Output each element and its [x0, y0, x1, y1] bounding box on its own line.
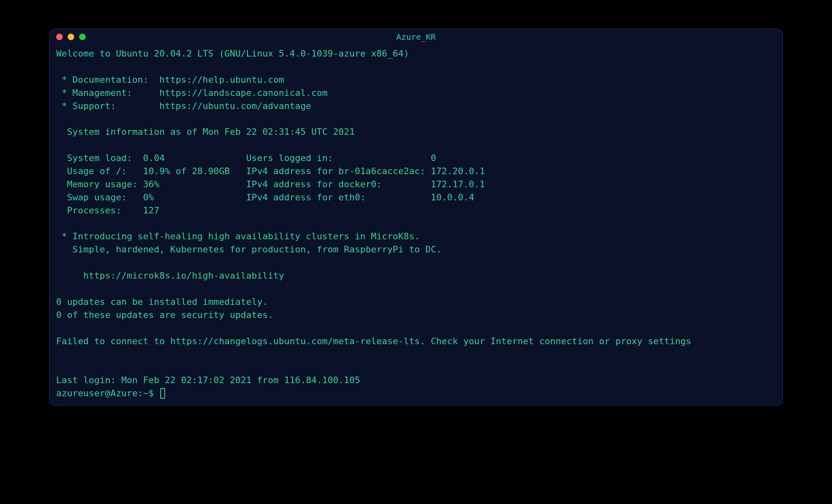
sysinfo-row: System load: 0.04 Users logged in: 0 — [56, 153, 436, 163]
sysinfo-header: System information as of Mon Feb 22 02:3… — [56, 127, 355, 137]
error-line: Failed to connect to https://changelogs.… — [56, 336, 691, 346]
motd-support: * Support: https://ubuntu.com/advantage — [56, 101, 311, 111]
last-login: Last login: Mon Feb 22 02:17:02 2021 fro… — [56, 375, 360, 385]
traffic-lights — [56, 34, 86, 40]
terminal-output[interactable]: Welcome to Ubuntu 20.04.2 LTS (GNU/Linux… — [50, 45, 782, 405]
sysinfo-row: Swap usage: 0% IPv4 address for eth0: 10… — [56, 192, 474, 202]
motd-mgmt: * Management: https://landscape.canonica… — [56, 88, 327, 98]
microk8s-line: Simple, hardened, Kubernetes for product… — [56, 244, 441, 254]
terminal-window[interactable]: Azure_KR Welcome to Ubuntu 20.04.2 LTS (… — [49, 29, 783, 406]
minimize-icon[interactable] — [68, 34, 74, 40]
window-title: Azure_KR — [396, 32, 436, 42]
close-icon[interactable] — [56, 34, 63, 40]
sysinfo-row: Processes: 127 — [56, 205, 159, 216]
shell-prompt: azureuser@Azure:~$ — [56, 387, 159, 400]
microk8s-url: https://microk8s.io/high-availability — [56, 270, 284, 281]
motd-doc: * Documentation: https://help.ubuntu.com — [56, 75, 284, 85]
cursor-icon — [160, 388, 165, 399]
maximize-icon[interactable] — [79, 34, 86, 40]
window-titlebar: Azure_KR — [50, 29, 782, 45]
sysinfo-row: Usage of /: 10.9% of 28.90GB IPv4 addres… — [56, 166, 485, 176]
updates-line: 0 updates can be installed immediately. — [56, 297, 268, 307]
motd-welcome: Welcome to Ubuntu 20.04.2 LTS (GNU/Linux… — [56, 48, 409, 59]
microk8s-line: * Introducing self-healing high availabi… — [56, 231, 420, 241]
sysinfo-row: Memory usage: 36% IPv4 address for docke… — [56, 179, 485, 189]
updates-line: 0 of these updates are security updates. — [56, 310, 273, 320]
